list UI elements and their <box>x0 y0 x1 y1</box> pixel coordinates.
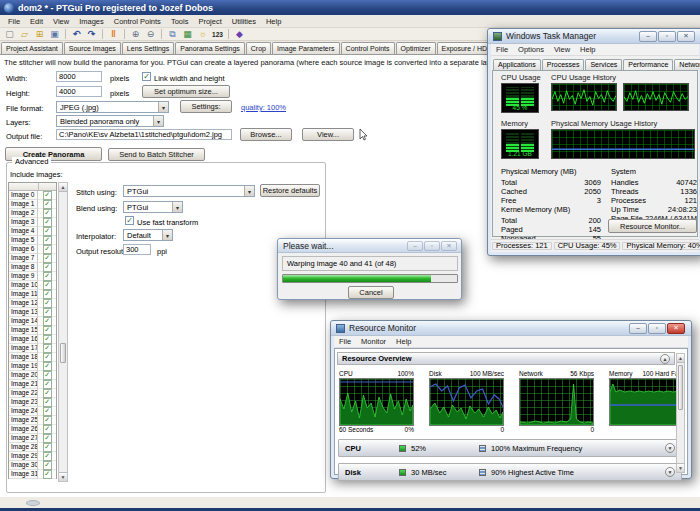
tab-lens-settings[interactable]: Lens Settings <box>122 42 174 54</box>
toolbar-separator[interactable] <box>102 29 103 39</box>
ptgui-titlebar[interactable]: dom2 * - PTGui Pro registered to Jozef D… <box>0 0 700 15</box>
toolbar-separator[interactable] <box>161 29 162 39</box>
redo-icon[interactable]: ↷ <box>85 29 98 40</box>
hint-icon[interactable]: ☼ <box>196 29 209 40</box>
file-format-dropdown[interactable]: JPEG (.jpg) <box>56 101 169 113</box>
image-list-scrollbar[interactable] <box>58 182 68 482</box>
close-button[interactable] <box>677 31 695 42</box>
toolbar-separator[interactable] <box>124 29 125 39</box>
menu-item[interactable]: Help <box>575 45 600 54</box>
image-row[interactable]: Image 31 <box>9 470 56 479</box>
minimize-button[interactable] <box>639 31 657 42</box>
table-icon[interactable]: ▦ <box>181 29 194 40</box>
height-input[interactable]: 4000 <box>56 86 102 97</box>
menu-item[interactable]: File <box>491 45 513 54</box>
link-width-height-checkbox[interactable] <box>142 72 151 81</box>
numbers-icon[interactable]: 123 <box>211 29 224 40</box>
image-checkbox[interactable] <box>38 470 56 479</box>
menu-item[interactable]: File <box>3 17 25 26</box>
width-input[interactable]: 8000 <box>56 71 102 82</box>
stitch-using-dropdown[interactable]: PTGui <box>123 185 255 197</box>
memory-graph <box>609 378 684 426</box>
menu-item[interactable]: View <box>48 17 74 26</box>
control-point-tools-icon[interactable]: ‖ <box>107 29 120 40</box>
copy-icon[interactable]: ⧉ <box>166 29 179 40</box>
image-name: Image 16 <box>9 335 38 344</box>
set-optimum-size-button[interactable]: Set optimum size... <box>142 85 230 98</box>
tab-panorama-settings[interactable]: Panorama Settings <box>175 42 245 54</box>
minimize-button[interactable] <box>407 241 423 251</box>
restore-defaults-button[interactable]: Restore defaults <box>260 184 320 197</box>
expand-disk-button[interactable] <box>665 467 675 477</box>
menu-item[interactable]: Control Points <box>109 17 166 26</box>
scroll-down-arrow[interactable] <box>677 463 684 472</box>
interpolator-dropdown[interactable]: Default <box>123 229 173 241</box>
undo-icon[interactable]: ↶ <box>70 29 83 40</box>
menu-item[interactable]: Options <box>513 45 549 54</box>
tab-networking[interactable]: Networking <box>674 59 700 70</box>
resource-monitor-button[interactable]: Resource Monitor... <box>608 219 697 233</box>
view-button[interactable]: View... <box>302 128 354 141</box>
tab-project-assistant[interactable]: Project Assistant <box>1 42 63 54</box>
menu-item[interactable]: Monitor <box>356 337 391 346</box>
format-settings-button[interactable]: Settings: <box>180 100 232 113</box>
tab-applications[interactable]: Applications <box>493 59 541 70</box>
resource-overview-header[interactable]: Resource Overview <box>337 352 675 365</box>
tab-optimizer[interactable]: Optimizer <box>396 42 436 54</box>
output-file-input[interactable]: C:\Pano\KE\sv Alzbeta1\1stitched\ptgui\d… <box>56 129 232 140</box>
toolbar-separator[interactable] <box>228 29 229 39</box>
send-to-batch-stitcher-button[interactable]: Send to Batch Stitcher <box>108 148 205 161</box>
expand-cpu-button[interactable] <box>665 443 675 453</box>
image-name: Image 5 <box>9 236 38 245</box>
tab-control-points[interactable]: Control Points <box>341 42 395 54</box>
menu-item[interactable]: Utilities <box>227 17 261 26</box>
quality-link[interactable]: quality: 100% <box>241 103 286 112</box>
tab-image-parameters[interactable]: Image Parameters <box>272 42 340 54</box>
maximize-button[interactable] <box>658 31 676 42</box>
scrollbar-thumb[interactable] <box>678 365 683 410</box>
new-icon[interactable]: ▢ <box>3 29 16 40</box>
scroll-up-arrow[interactable] <box>677 354 684 363</box>
cpu-usage-swatch <box>399 445 406 452</box>
menu-item[interactable]: Edit <box>25 17 48 26</box>
minimize-button[interactable] <box>629 323 647 334</box>
zoom-in-icon[interactable]: ⊕ <box>129 29 142 40</box>
menu-item[interactable]: Help <box>391 337 416 346</box>
task-manager-title: Windows Task Manager <box>506 31 596 41</box>
save-icon[interactable]: ▣ <box>48 29 61 40</box>
maximize-button[interactable] <box>424 241 440 251</box>
menu-item[interactable]: Tools <box>166 17 194 26</box>
close-button[interactable] <box>667 323 685 334</box>
menu-item[interactable]: Help <box>261 17 286 26</box>
menu-item[interactable]: Project <box>193 17 226 26</box>
browse-button[interactable]: Browse... <box>240 128 292 141</box>
menu-item[interactable]: View <box>549 45 575 54</box>
help-icon[interactable]: ◆ <box>233 29 246 40</box>
blend-using-dropdown[interactable]: PTGui <box>123 201 183 213</box>
cancel-button[interactable]: Cancel <box>348 286 394 299</box>
tab-processes[interactable]: Processes <box>542 59 585 70</box>
output-resolution-input[interactable]: 300 <box>123 244 151 255</box>
maximize-button[interactable] <box>648 323 666 334</box>
toolbar-separator[interactable] <box>65 29 66 39</box>
close-button[interactable] <box>441 241 457 251</box>
scroll-down-arrow[interactable] <box>59 472 67 481</box>
disk-section-row[interactable]: Disk 30 MB/sec 90% Highest Active Time <box>338 463 682 481</box>
scrollbar-thumb[interactable] <box>60 343 66 363</box>
cpu-section-row[interactable]: CPU 52% 100% Maximum Frequency <box>338 439 682 457</box>
zoom-out-icon[interactable]: ⊖ <box>144 29 157 40</box>
use-fast-transform-checkbox[interactable] <box>125 216 134 225</box>
collapse-button[interactable] <box>660 354 670 364</box>
tab-crop[interactable]: Crop <box>246 42 271 54</box>
resource-monitor-scrollbar[interactable] <box>676 353 685 473</box>
tab-services[interactable]: Services <box>585 59 622 70</box>
layers-dropdown[interactable]: Blended panorama only <box>56 115 164 127</box>
image-name: Image 9 <box>9 272 38 281</box>
tab-source-images[interactable]: Source Images <box>64 42 121 54</box>
menu-item[interactable]: Images <box>74 17 109 26</box>
resource-monitor-menubar: FileMonitorHelp <box>334 336 688 348</box>
open-icon[interactable]: ▱ <box>18 29 31 40</box>
scroll-up-arrow[interactable] <box>59 183 67 192</box>
add-images-icon[interactable]: ⊞ <box>33 29 46 40</box>
menu-item[interactable]: File <box>334 337 356 346</box>
